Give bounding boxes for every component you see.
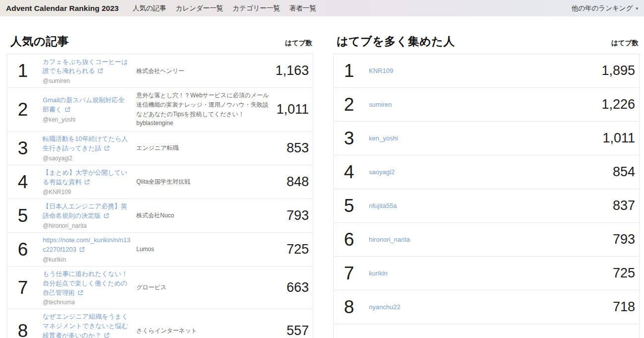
- user-row: 5 nfujita55a 837: [334, 189, 639, 223]
- user-row: 4 saoyagi2 854: [334, 155, 639, 189]
- rank-number: 4: [334, 163, 364, 181]
- article-title-link[interactable]: https://note.com/_kurikin/n/n13c2270f120…: [43, 236, 131, 255]
- chevron-down-icon: ▾: [636, 5, 638, 11]
- hatebu-count: 1,163: [272, 64, 313, 77]
- popular-articles-table: 1 カフェをぶち抜くコーヒーは誰でも淹れられる @sumiren 株式会社ヘンリ…: [7, 54, 313, 338]
- article-cell: 【日本人エンジニア必携】英語命名規則の決定版 @hironori_narita: [38, 202, 136, 229]
- year-ranking-dropdown[interactable]: 他の年のランキング ▾: [572, 4, 638, 13]
- hatebu-count: 725: [598, 267, 639, 280]
- author-handle[interactable]: @technuma: [43, 299, 136, 306]
- article-title-link[interactable]: Gmailの新スパム規制対応全部書く: [43, 96, 131, 115]
- article-row: 6 https://note.com/_kurikin/n/n13c2270f1…: [7, 233, 313, 267]
- hatebu-count: 1,895: [598, 64, 639, 77]
- hatebu-count-column-header: はてブ数: [611, 39, 639, 48]
- user-name-link[interactable]: sumiren: [364, 101, 392, 108]
- article-title: カフェをぶち抜くコーヒーは誰でも淹れられる: [43, 58, 128, 75]
- article-title: Gmailの新スパム規制対応全部書く: [43, 96, 124, 113]
- user-name-link[interactable]: ken_yoshi: [364, 135, 398, 142]
- external-link-icon: [98, 68, 103, 73]
- site-title[interactable]: Advent Calendar Ranking 2023: [6, 4, 118, 13]
- nav-calendar-list[interactable]: カレンダー一覧: [176, 4, 223, 13]
- author-handle[interactable]: @kurikin: [43, 256, 136, 263]
- top-users-header: はてブを多く集めた人 はてブ数: [337, 35, 639, 48]
- author-handle[interactable]: @ken_yoshi: [43, 116, 136, 123]
- rank-number: 5: [334, 197, 364, 215]
- rank-number: 7: [334, 264, 364, 282]
- article-title: 転職活動を10年続けてたら人生行き詰ってきた話: [43, 135, 128, 152]
- article-cell: 転職活動を10年続けてたら人生行き詰ってきた話 @saoyagi2: [38, 135, 136, 162]
- navbar: Advent Calendar Ranking 2023 人気の記事 カレンダー…: [0, 0, 644, 16]
- user-row: 1 KNR109 1,895: [334, 54, 639, 88]
- calendar-name: さくらインターネット: [136, 326, 272, 336]
- user-row-partial: [334, 324, 639, 338]
- user-row: 7 kurikin 725: [334, 257, 639, 290]
- popular-articles-title: 人気の記事: [10, 35, 69, 48]
- article-title-link[interactable]: カフェをぶち抜くコーヒーは誰でも淹れられる: [43, 58, 131, 76]
- nav-author-list[interactable]: 著者一覧: [290, 4, 316, 13]
- external-link-icon: [104, 213, 109, 218]
- nav-popular-articles[interactable]: 人気の記事: [132, 4, 166, 13]
- rank-number: 6: [334, 230, 364, 249]
- article-row: 2 Gmailの新スパム規制対応全部書く @ken_yoshi 意外な落とし穴！…: [7, 88, 313, 131]
- article-row: 5 【日本人エンジニア必携】英語命名規則の決定版 @hironori_narit…: [7, 199, 313, 233]
- article-cell: もう仕事に追われたくない！自分起点で楽しく働くための自己管理術 @technum…: [38, 270, 136, 306]
- rank-number: 3: [7, 139, 38, 157]
- article-title: 【日本人エンジニア必携】英語命名規則の決定版: [43, 203, 127, 219]
- rank-number: 8: [334, 298, 364, 316]
- ranking-content: 人気の記事 はてブ数 1 カフェをぶち抜くコーヒーは誰でも淹れられる @sumi…: [0, 16, 644, 338]
- article-title: なぜエンジニア組織をうまくマネジメントできないと悩む経営者が多いのか？: [43, 313, 128, 338]
- article-cell: Gmailの新スパム規制対応全部書く @ken_yoshi: [38, 96, 136, 123]
- author-handle[interactable]: @hironori_narita: [43, 222, 136, 229]
- rank-number: 3: [334, 129, 364, 147]
- external-link-icon: [104, 145, 110, 151]
- calendar-name: Lumos: [136, 245, 272, 254]
- hatebu-count: 1,011: [272, 103, 313, 116]
- user-row: 8 nyanchu22 718: [334, 290, 639, 324]
- article-row: 7 もう仕事に追われたくない！自分起点で楽しく働くための自己管理術 @techn…: [7, 267, 313, 310]
- popular-articles-header: 人気の記事 はてブ数: [10, 35, 312, 48]
- user-name-link[interactable]: nfujita55a: [364, 202, 397, 209]
- main-nav: 人気の記事 カレンダー一覧 カテゴリー一覧 著者一覧: [132, 4, 316, 13]
- user-name-link[interactable]: KNR109: [364, 67, 393, 74]
- user-name-link[interactable]: saoyagi2: [364, 168, 395, 176]
- rank-number: 1: [334, 62, 364, 80]
- hatebu-count: 1,226: [598, 98, 639, 111]
- hatebu-count: 837: [598, 199, 639, 212]
- rank-number: 6: [7, 240, 38, 259]
- article-title-link[interactable]: 【日本人エンジニア必携】英語命名規則の決定版: [43, 202, 131, 221]
- hatebu-count: 725: [272, 243, 313, 256]
- hatebu-count: 793: [272, 209, 313, 222]
- author-handle[interactable]: @KNR109: [43, 189, 136, 196]
- hatebu-count: 853: [272, 141, 313, 155]
- user-row: 6 hironori_narita 793: [334, 223, 639, 257]
- calendar-name: エンジニア転職: [136, 143, 272, 153]
- article-title-link[interactable]: 【まとめ】大学が公開している有益な資料: [43, 168, 131, 187]
- article-title-link[interactable]: もう仕事に追われたくない！自分起点で楽しく働くための自己管理術: [43, 270, 131, 298]
- hatebu-count: 848: [272, 175, 313, 189]
- hatebu-count: 663: [272, 281, 313, 294]
- article-cell: なぜエンジニア組織をうまくマネジメントできないと悩む経営者が多いのか？ @kun…: [38, 312, 136, 338]
- hatebu-count: 854: [598, 165, 639, 179]
- article-title-link[interactable]: なぜエンジニア組織をうまくマネジメントできないと悩む経営者が多いのか？: [43, 312, 131, 338]
- nav-category-list[interactable]: カテゴリー一覧: [233, 4, 280, 13]
- top-users-title: はてブを多く集めた人: [337, 35, 455, 48]
- user-name-link[interactable]: kurikin: [364, 270, 388, 277]
- article-cell: https://note.com/_kurikin/n/n13c2270f120…: [38, 236, 136, 263]
- rank-number: 8: [7, 322, 38, 338]
- hatebu-count: 793: [598, 233, 639, 246]
- article-title: もう仕事に追われたくない！自分起点で楽しく働くための自己管理術: [43, 270, 128, 296]
- rank-number: 7: [7, 278, 38, 297]
- calendar-name: グロービス: [136, 283, 272, 292]
- user-name-link[interactable]: nyanchu22: [364, 303, 401, 311]
- user-name-link[interactable]: hironori_narita: [364, 236, 410, 243]
- article-row: 3 転職活動を10年続けてたら人生行き詰ってきた話 @saoyagi2 エンジニ…: [7, 132, 313, 165]
- author-handle[interactable]: @sumiren: [43, 77, 136, 84]
- user-row: 2 sumiren 1,226: [334, 88, 639, 122]
- calendar-name: 株式会社ヘンリー: [136, 67, 272, 76]
- popular-articles-section: 人気の記事 はてブ数 1 カフェをぶち抜くコーヒーは誰でも淹れられる @sumi…: [7, 35, 313, 338]
- article-title-link[interactable]: 転職活動を10年続けてたら人生行き詰ってきた話: [43, 135, 131, 153]
- author-handle[interactable]: @saoyagi2: [43, 155, 136, 162]
- article-title: https://note.com/_kurikin/n/n13c2270f120…: [43, 236, 130, 253]
- article-cell: 【まとめ】大学が公開している有益な資料 @KNR109: [38, 168, 136, 196]
- hatebu-count-column-header: はてブ数: [285, 39, 312, 48]
